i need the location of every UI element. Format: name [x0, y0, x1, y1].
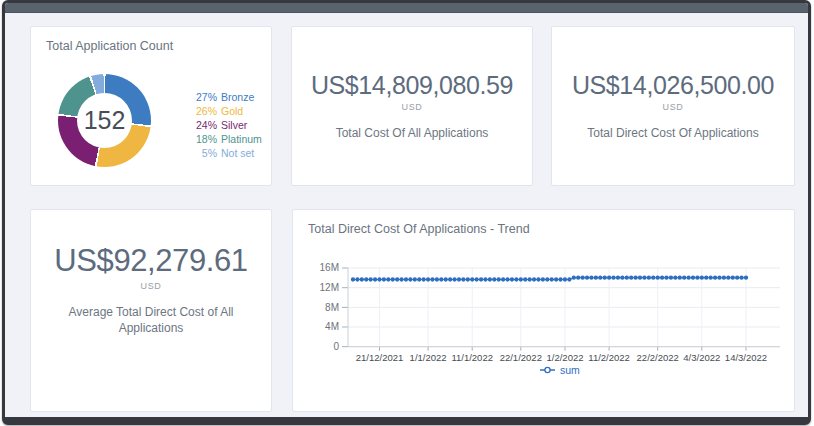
- widget-total-cost[interactable]: US$14,809,080.59 USD Total Cost Of All A…: [291, 26, 533, 186]
- total-direct-cost-value: US$14,026,500.00: [572, 71, 774, 100]
- widget-caption: Total Direct Cost Of Applications: [587, 125, 758, 141]
- widget-caption: Total Cost Of All Applications: [336, 125, 489, 141]
- legend-label: Silver: [221, 118, 247, 132]
- legend-percent: 18%: [190, 132, 217, 146]
- donut-chart[interactable]: 152: [58, 74, 151, 167]
- currency-label: USD: [141, 281, 162, 291]
- svg-text:22/1/2022: 22/1/2022: [500, 352, 542, 363]
- svg-text:8M: 8M: [325, 302, 339, 313]
- widget-caption: Average Total Direct Cost of All Applica…: [44, 304, 259, 336]
- widget-direct-cost-trend[interactable]: Total Direct Cost Of Applications - Tren…: [292, 209, 795, 412]
- widget-total-direct-cost[interactable]: US$14,026,500.00 USD Total Direct Cost O…: [551, 26, 795, 186]
- legend-item-sum[interactable]: sum: [540, 364, 580, 376]
- legend-label: Gold: [221, 104, 243, 118]
- donut-legend-item[interactable]: 18%Platinum: [190, 132, 262, 146]
- trend-line-chart[interactable]: 04M8M12M16M21/12/20211/1/202211/1/202222…: [293, 255, 796, 411]
- svg-text:11/1/2022: 11/1/2022: [451, 352, 493, 363]
- svg-text:0: 0: [333, 341, 339, 352]
- dashboard-screen: Total Application Count 152 27%Bronze26%…: [0, 0, 814, 426]
- svg-text:11/2/2022: 11/2/2022: [588, 352, 630, 363]
- donut-legend: 27%Bronze26%Gold24%Silver18%Platinum5%No…: [190, 90, 262, 160]
- legend-marker-icon: [545, 367, 550, 372]
- trend-series-sum[interactable]: [351, 276, 748, 282]
- widget-title: Total Direct Cost Of Applications - Tren…: [308, 222, 530, 236]
- svg-text:4M: 4M: [325, 321, 339, 332]
- donut-legend-item[interactable]: 27%Bronze: [190, 90, 262, 104]
- currency-label: USD: [402, 102, 423, 112]
- currency-label: USD: [663, 102, 684, 112]
- legend-label: Bronze: [221, 90, 254, 104]
- svg-text:4/3/2022: 4/3/2022: [683, 352, 720, 363]
- svg-text:22/2/2022: 22/2/2022: [637, 352, 679, 363]
- svg-text:21/12/2021: 21/12/2021: [356, 352, 404, 363]
- widget-total-application-count[interactable]: Total Application Count 152 27%Bronze26%…: [30, 26, 272, 186]
- svg-text:1/1/2022: 1/1/2022: [410, 352, 447, 363]
- donut-legend-item[interactable]: 5%Not set: [190, 146, 262, 160]
- svg-text:1/2/2022: 1/2/2022: [547, 352, 584, 363]
- svg-text:16M: 16M: [320, 262, 339, 273]
- donut-legend-item[interactable]: 26%Gold: [190, 104, 262, 118]
- total-cost-value: US$14,809,080.59: [311, 71, 513, 100]
- window-titlebar: [5, 3, 808, 13]
- legend-percent: 27%: [190, 90, 217, 104]
- widget-title: Total Application Count: [46, 39, 173, 53]
- svg-text:12M: 12M: [320, 282, 339, 293]
- legend-percent: 5%: [190, 146, 217, 160]
- legend-percent: 24%: [190, 118, 217, 132]
- legend-percent: 26%: [190, 104, 217, 118]
- legend-label: Not set: [221, 146, 254, 160]
- widget-average-direct-cost[interactable]: US$92,279.61 USD Average Total Direct Co…: [30, 209, 272, 412]
- legend-label: Platinum: [221, 132, 262, 146]
- legend-text: sum: [560, 364, 580, 376]
- average-direct-cost-value: US$92,279.61: [54, 243, 247, 279]
- donut-legend-item[interactable]: 24%Silver: [190, 118, 262, 132]
- svg-text:14/3/2022: 14/3/2022: [725, 352, 767, 363]
